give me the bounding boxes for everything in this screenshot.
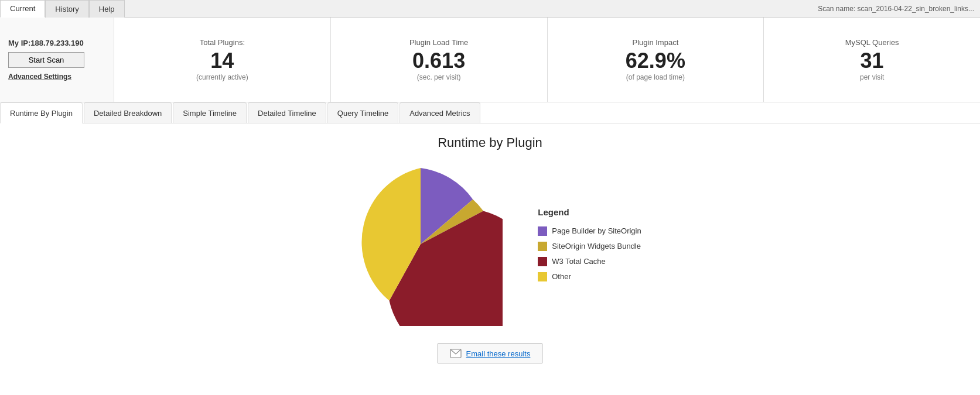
nav-tab-help[interactable]: Help (89, 0, 125, 18)
tab-runtime-by-plugin-label: Runtime By Plugin (10, 109, 73, 118)
stat-plugin-load-time: Plugin Load Time 0.613 (sec. per visit) (331, 18, 548, 102)
stat-total-plugins-label: Total Plugins: (200, 38, 245, 47)
legend-box: Legend Page Builder by SiteOrigin SiteOr… (538, 207, 641, 281)
chart-area: Legend Page Builder by SiteOrigin SiteOr… (339, 162, 641, 326)
tab-simple-timeline[interactable]: Simple Timeline (173, 102, 247, 123)
tab-advanced-metrics[interactable]: Advanced Metrics (399, 102, 480, 123)
app-wrapper: Current History Help Scan name: scan_201… (0, 0, 980, 395)
chart-title: Runtime by Plugin (438, 135, 542, 150)
stat-mysql-queries-sub: per visit (860, 73, 884, 81)
legend-color-w3-total-cache (538, 257, 547, 266)
advanced-settings-link[interactable]: Advanced Settings (8, 73, 71, 81)
sidebar-panel: My IP:188.79.233.190 Start Scan Advanced… (0, 18, 114, 102)
nav-tab-history-label: History (55, 5, 78, 13)
tab-advanced-metrics-label: Advanced Metrics (409, 109, 470, 118)
start-scan-button[interactable]: Start Scan (8, 52, 84, 68)
legend-color-other (538, 272, 547, 281)
tab-query-timeline-label: Query Timeline (337, 109, 388, 118)
legend-item-2: W3 Total Cache (538, 257, 641, 266)
stat-plugin-load-time-value: 0.613 (412, 49, 465, 73)
stats-row: My IP:188.79.233.190 Start Scan Advanced… (0, 18, 980, 102)
stat-total-plugins-sub: (currently active) (196, 73, 248, 81)
email-results-button[interactable]: Email these results (438, 344, 543, 363)
legend-item-0: Page Builder by SiteOrigin (538, 226, 641, 236)
tab-simple-timeline-label: Simple Timeline (183, 109, 237, 118)
nav-tab-current[interactable]: Current (0, 0, 45, 18)
legend-color-siteorigin-widgets (538, 242, 547, 251)
legend-color-page-builder (538, 226, 547, 236)
top-nav: Current History Help Scan name: scan_201… (0, 0, 980, 18)
tab-detailed-timeline-label: Detailed Timeline (258, 109, 316, 118)
legend-item-1: SiteOrigin Widgets Bundle (538, 242, 641, 251)
my-ip: My IP:188.79.233.190 (8, 39, 84, 47)
legend-label-siteorigin-widgets: SiteOrigin Widgets Bundle (552, 242, 641, 250)
pie-chart (339, 162, 503, 326)
tab-query-timeline[interactable]: Query Timeline (327, 102, 398, 123)
nav-tab-current-label: Current (10, 4, 35, 13)
stat-plugin-impact: Plugin Impact 62.9% (of page load time) (548, 18, 764, 102)
nav-tab-help-label: Help (99, 5, 115, 13)
email-row: Email these results (438, 344, 543, 363)
stat-plugin-load-time-sub: (sec. per visit) (417, 73, 461, 81)
stat-mysql-queries: MySQL Queries 31 per visit (764, 18, 980, 102)
stat-plugin-load-time-label: Plugin Load Time (409, 38, 468, 47)
email-button-label: Email these results (466, 349, 531, 358)
legend-label-other: Other (552, 272, 571, 281)
tab-detailed-breakdown-label: Detailed Breakdown (94, 109, 162, 118)
email-icon (450, 349, 462, 358)
tab-runtime-by-plugin[interactable]: Runtime By Plugin (0, 102, 83, 123)
tab-detailed-breakdown[interactable]: Detailed Breakdown (84, 102, 172, 123)
legend-label-page-builder: Page Builder by SiteOrigin (552, 226, 641, 235)
stat-plugin-impact-label: Plugin Impact (632, 38, 678, 47)
legend-item-3: Other (538, 272, 641, 281)
view-tab-bar: Runtime By Plugin Detailed Breakdown Sim… (0, 102, 980, 123)
legend-title: Legend (538, 207, 641, 217)
legend-label-w3-total-cache: W3 Total Cache (552, 257, 606, 266)
nav-tab-history[interactable]: History (45, 0, 88, 18)
stat-plugin-impact-value: 62.9% (626, 49, 685, 73)
tab-detailed-timeline[interactable]: Detailed Timeline (248, 102, 326, 123)
scan-name: Scan name: scan_2016-04-22_sin_broken_li… (818, 5, 980, 13)
stat-total-plugins-value: 14 (210, 49, 234, 73)
stat-mysql-queries-label: MySQL Queries (845, 38, 899, 47)
nav-tabs-container: Current History Help (0, 0, 125, 18)
main-content: Runtime by Plugin (0, 123, 980, 369)
stat-plugin-impact-sub: (of page load time) (626, 73, 685, 81)
stat-mysql-queries-value: 31 (861, 49, 884, 73)
stat-total-plugins: Total Plugins: 14 (currently active) (114, 18, 331, 102)
